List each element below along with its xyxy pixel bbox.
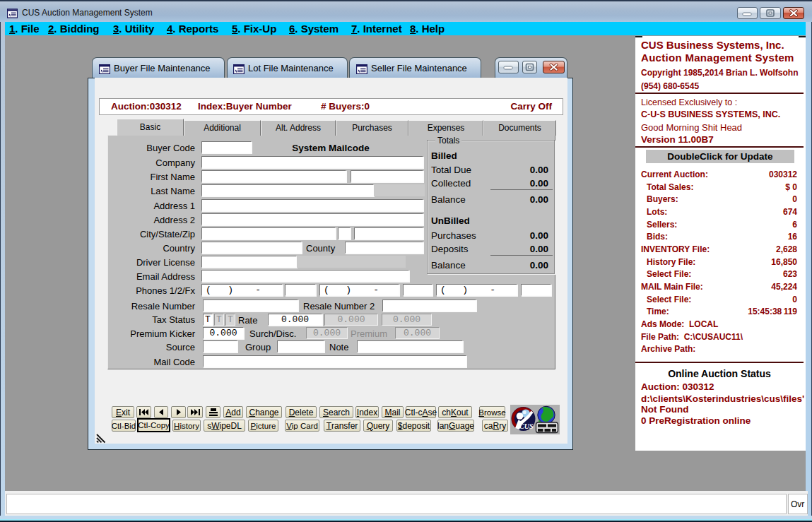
svg-text:CUS: CUS: [519, 422, 534, 430]
